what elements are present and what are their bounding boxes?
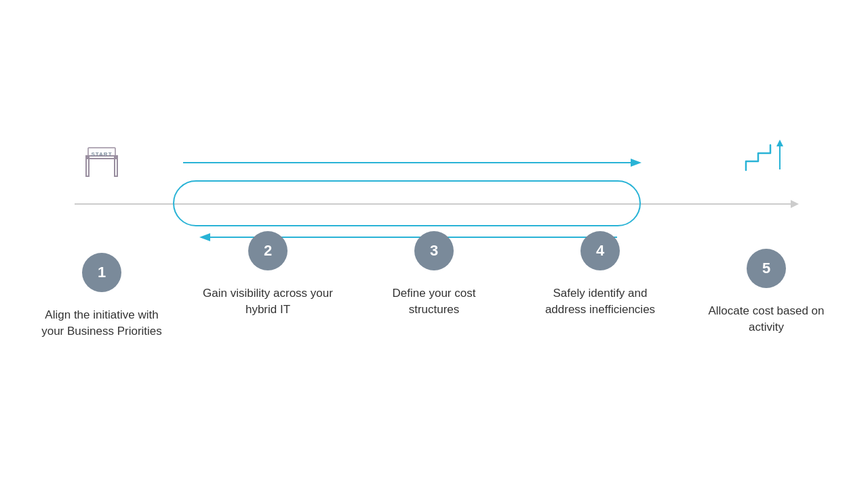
chart-icon [739,140,793,180]
step-1-label: Align the initiative with your Business … [34,307,170,340]
steps-row: START 1 Align the initiative with your B… [34,115,834,340]
step-3-circle: 3 [414,231,454,270]
step-2-label: Gain visibility across your hybrid IT [200,285,336,318]
svg-rect-5 [115,157,117,176]
step-1: START 1 Align the initiative with your B… [34,115,170,340]
step-5-label: Allocate cost based on activity [698,303,834,336]
diagram-container: START 1 Align the initiative with your B… [34,115,834,373]
step-1-circle: 1 [82,253,121,292]
step-3-label: Define your cost structures [366,285,502,318]
svg-text:START: START [91,151,112,157]
step-5-circle: 5 [747,249,786,288]
svg-marker-10 [776,140,783,146]
highlight-box [173,180,641,226]
step-5: 5 Allocate cost based on activity [698,115,834,336]
start-icon: START [78,137,125,184]
step-4-circle: 4 [580,231,620,270]
step-4-label: Safely identify and address inefficienci… [532,285,668,318]
step-2-circle: 2 [248,231,288,270]
svg-rect-4 [86,157,89,176]
